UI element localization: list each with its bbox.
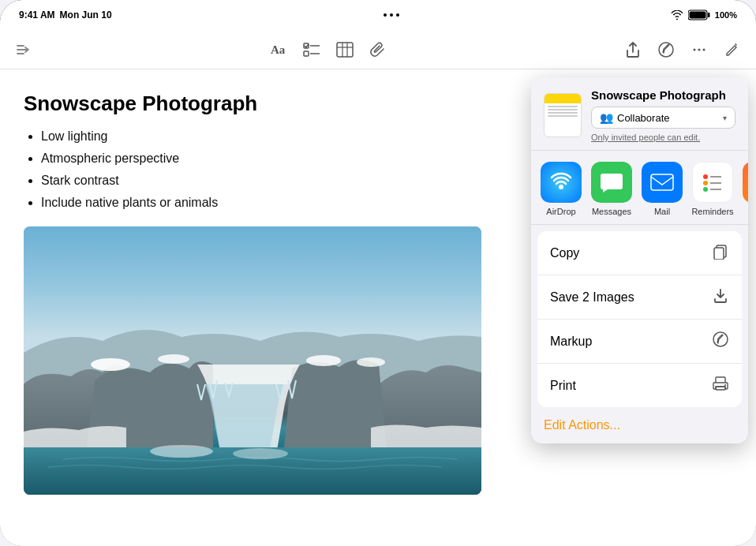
svg-rect-1: [708, 13, 710, 17]
chevron-down-icon: ▾: [723, 114, 727, 122]
share-card: Snowscape Photograph 👥 Collaborate ▾ Onl…: [531, 77, 748, 443]
share-permission[interactable]: Only invited people can edit.: [591, 133, 735, 142]
markup-toolbar-icon[interactable]: [657, 40, 676, 59]
reminders-icon: [692, 162, 733, 203]
svg-point-17: [698, 48, 701, 50]
svg-point-22: [306, 355, 341, 366]
svg-point-31: [703, 187, 708, 192]
share-actions: Copy Save 2 Images: [537, 231, 742, 407]
mail-app[interactable]: Mail: [640, 162, 684, 216]
svg-point-23: [357, 357, 385, 367]
collapse-icon[interactable]: [14, 40, 33, 59]
markup-action-icon: [712, 331, 729, 352]
collaborate-icon: 👥: [600, 111, 613, 124]
svg-point-25: [150, 445, 213, 458]
markup-action[interactable]: Markup: [537, 320, 742, 364]
markup-label: Markup: [550, 335, 592, 349]
collaborate-label: Collaborate: [617, 112, 670, 124]
compose-icon[interactable]: [723, 40, 742, 59]
note-image: [24, 226, 481, 495]
airdrop-icon: [541, 162, 582, 203]
toolbar: Aa: [0, 30, 756, 69]
more-icon[interactable]: [690, 40, 709, 59]
status-bar-left: 9:41 AM Mon Jun 10: [19, 9, 112, 21]
edit-actions-label: Edit Actions...: [544, 418, 620, 432]
note-icon-line: [548, 106, 578, 107]
svg-point-26: [233, 448, 288, 459]
svg-rect-39: [716, 377, 725, 383]
dot3: [396, 13, 399, 17]
messages-app[interactable]: Messages: [589, 162, 634, 216]
share-panel: Snowscape Photograph 👥 Collaborate ▾ Onl…: [531, 69, 756, 546]
copy-label: Copy: [550, 246, 579, 260]
fr-icon: Fr: [743, 162, 748, 203]
note-icon-lines: [545, 103, 581, 136]
status-bar: 9:41 AM Mon Jun 10 100%: [0, 0, 756, 30]
battery-text: 100%: [715, 10, 737, 20]
main-content: Snowscape Photograph Low lighting Atmosp…: [0, 69, 756, 546]
toolbar-right: [623, 40, 742, 59]
collaborate-btn-left: 👥 Collaborate: [600, 111, 670, 124]
note-icon-line: [548, 115, 578, 117]
airdrop-app[interactable]: AirDrop: [539, 162, 583, 216]
text-format-icon[interactable]: Aa: [269, 40, 288, 59]
share-header: Snowscape Photograph 👥 Collaborate ▾ Onl…: [531, 77, 748, 151]
mail-label: Mail: [654, 207, 670, 216]
note-icon-top: [545, 94, 581, 103]
print-icon: [712, 375, 729, 396]
svg-rect-11: [337, 43, 353, 57]
svg-point-27: [559, 185, 563, 189]
share-note-title: Snowscape Photograph: [591, 88, 735, 102]
svg-point-41: [724, 384, 726, 386]
status-time: 9:41 AM: [19, 9, 55, 21]
svg-point-16: [694, 48, 696, 50]
note-icon: [544, 93, 582, 137]
svg-rect-40: [716, 387, 725, 390]
copy-action[interactable]: Copy: [537, 231, 742, 275]
table-icon[interactable]: [335, 40, 354, 59]
share-header-info: Snowscape Photograph 👥 Collaborate ▾ Onl…: [591, 88, 735, 142]
svg-point-15: [659, 43, 673, 57]
dot1: [384, 13, 387, 17]
svg-point-18: [703, 48, 705, 50]
reminders-label: Reminders: [691, 207, 733, 216]
svg-point-29: [703, 174, 708, 179]
status-bar-center: [384, 13, 399, 17]
status-bar-right: 100%: [671, 9, 737, 21]
save-images-action[interactable]: Save 2 Images: [537, 275, 742, 320]
svg-text:Aa: Aa: [271, 43, 286, 56]
svg-rect-9: [304, 51, 309, 56]
note-icon-line: [548, 109, 578, 110]
wifi-icon: [671, 10, 683, 20]
messages-icon: [591, 162, 632, 203]
svg-rect-2: [689, 12, 705, 19]
reminders-app[interactable]: Reminders: [691, 162, 735, 216]
print-label: Print: [550, 379, 576, 393]
copy-icon: [712, 242, 729, 264]
attachment-icon[interactable]: [369, 40, 387, 59]
battery-icon: [688, 9, 710, 21]
svg-point-30: [703, 181, 708, 185]
share-icon[interactable]: [623, 40, 642, 59]
svg-point-20: [91, 358, 130, 371]
share-apps-row: AirDrop Messages: [531, 151, 748, 225]
checklist-icon[interactable]: [302, 40, 321, 59]
svg-point-21: [158, 354, 189, 364]
toolbar-center: Aa: [269, 40, 387, 59]
messages-label: Messages: [592, 207, 631, 216]
mail-icon: [642, 162, 683, 203]
status-date: Mon Jun 10: [60, 9, 112, 21]
collaborate-button[interactable]: 👥 Collaborate ▾: [591, 107, 735, 129]
svg-rect-37: [714, 248, 724, 260]
print-action[interactable]: Print: [537, 364, 742, 407]
note-icon-line: [548, 112, 578, 114]
edit-actions[interactable]: Edit Actions...: [531, 407, 748, 443]
dot2: [390, 13, 393, 17]
save-images-label: Save 2 Images: [550, 290, 634, 305]
ipad-frame: 9:41 AM Mon Jun 10 100%: [0, 0, 756, 546]
svg-rect-28: [651, 174, 673, 190]
fr-app[interactable]: Fr Fr...: [741, 162, 748, 216]
save-icon: [712, 286, 729, 308]
svg-point-38: [713, 332, 728, 346]
toolbar-left: [14, 40, 33, 59]
